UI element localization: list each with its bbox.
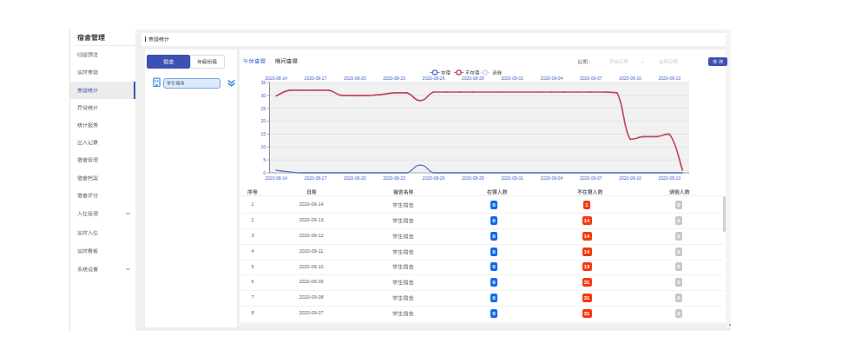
svg-text:2020-08-29: 2020-08-29	[462, 76, 484, 81]
svg-text:5: 5	[263, 157, 266, 162]
svg-text:2020-09-07: 2020-09-07	[580, 76, 602, 81]
svg-text:2020-09-04: 2020-09-04	[541, 76, 563, 81]
svg-text:2020-08-20: 2020-08-20	[344, 76, 366, 81]
svg-text:2020-08-14: 2020-08-14	[265, 175, 287, 181]
svg-text:2020-09-10: 2020-09-10	[619, 175, 641, 181]
svg-text:2020-08-17: 2020-08-17	[305, 175, 327, 181]
svg-text:2020-08-26: 2020-08-26	[423, 175, 445, 181]
svg-text:2020-09-13: 2020-09-13	[659, 175, 681, 181]
svg-text:20: 20	[260, 118, 266, 123]
svg-text:2020-09-01: 2020-09-01	[501, 76, 523, 81]
svg-text:2020-08-20: 2020-08-20	[344, 175, 366, 181]
svg-text:2020-09-13: 2020-09-13	[659, 76, 681, 81]
svg-text:2020-09-04: 2020-09-04	[541, 175, 563, 181]
svg-text:2020-09-07: 2020-09-07	[580, 175, 602, 181]
svg-text:2020-08-23: 2020-08-23	[383, 175, 405, 181]
svg-text:2020-08-14: 2020-08-14	[265, 76, 287, 81]
svg-text:2020-08-17: 2020-08-17	[305, 76, 327, 81]
svg-text:2020-09-01: 2020-09-01	[501, 175, 523, 181]
svg-text:10: 10	[260, 144, 266, 149]
svg-text:2020-09-10: 2020-09-10	[619, 76, 641, 81]
svg-text:30: 30	[260, 93, 266, 98]
svg-text:2020-08-23: 2020-08-23	[383, 76, 405, 81]
svg-text:2020-08-29: 2020-08-29	[462, 175, 484, 181]
svg-text:25: 25	[260, 106, 266, 111]
svg-text:2020-08-26: 2020-08-26	[423, 76, 445, 81]
svg-text:15: 15	[260, 131, 266, 136]
